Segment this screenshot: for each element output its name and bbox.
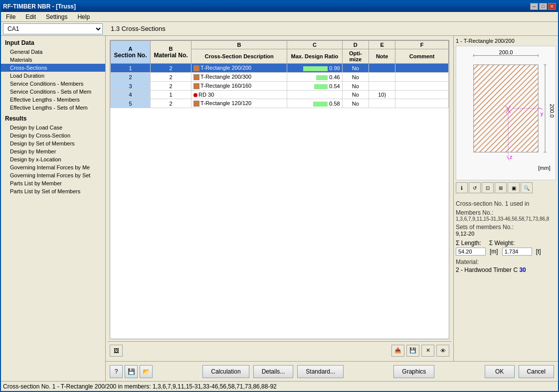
preview-btn-fit[interactable]: ⊡ bbox=[482, 182, 494, 193]
cell-material-no: 2 bbox=[150, 82, 191, 91]
weight-unit: [t] bbox=[536, 248, 541, 255]
material-value: 2 - Hardwood Timber C bbox=[456, 266, 519, 273]
sidebar-item-service-conditions-sets[interactable]: Service Conditions - Sets of Mem bbox=[1, 88, 105, 96]
cancel-button[interactable]: Cancel bbox=[519, 365, 554, 378]
sidebar-item-design-load-case[interactable]: Design by Load Case bbox=[1, 124, 105, 131]
weight-label: Σ Weight: bbox=[489, 240, 515, 247]
sidebar-item-design-cross-section[interactable]: Design by Cross-Section bbox=[1, 131, 105, 139]
material-grade: 30 bbox=[519, 266, 526, 273]
ratio-bar bbox=[314, 84, 328, 89]
cell-material-no: 1 bbox=[150, 91, 191, 99]
svg-text:200.0: 200.0 bbox=[549, 104, 555, 118]
cell-optimize: No bbox=[342, 73, 369, 82]
sidebar-item-gov-internal-forces-me[interactable]: Governing Internal Forces by Me bbox=[1, 163, 105, 171]
sidebar-input-label: Input Data bbox=[1, 38, 105, 48]
standard-button[interactable]: Standard... bbox=[297, 365, 344, 378]
sidebar-item-design-member[interactable]: Design by Member bbox=[1, 147, 105, 155]
color-swatch-icon bbox=[193, 101, 199, 107]
cell-ratio: 0.46 bbox=[287, 73, 343, 82]
table-row[interactable]: 52T-Rectangle 120/120 0.58No bbox=[111, 99, 449, 108]
used-in-label: Cross-section No. 1 used in bbox=[456, 200, 556, 207]
svg-text:200.0: 200.0 bbox=[499, 49, 513, 55]
weight-value: 1.734 bbox=[502, 248, 532, 256]
sidebar-item-general-data[interactable]: General Data bbox=[1, 48, 105, 56]
table-btn-export[interactable]: 📤 bbox=[391, 345, 404, 357]
cell-description: T-Rectangle 200/200 bbox=[191, 64, 287, 73]
preview-btn-measure[interactable]: ⊞ bbox=[495, 182, 507, 193]
menu-help[interactable]: Help bbox=[74, 12, 93, 21]
sidebar-item-effective-lengths-sets[interactable]: Effective Lengths - Sets of Mem bbox=[1, 104, 105, 112]
table-row[interactable]: 32T-Rectangle 160/160 0.54No bbox=[111, 82, 449, 91]
table-btn-delete[interactable]: ✕ bbox=[421, 345, 434, 357]
save-button[interactable]: 💾 bbox=[125, 365, 138, 378]
cell-section-no: 5 bbox=[111, 99, 151, 108]
preview-area: 1 - T-Rectangle 200/200 200.0 bbox=[453, 36, 558, 361]
table-row[interactable]: 22T-Rectangle 200/300 0.46No bbox=[111, 73, 449, 82]
sidebar-item-parts-list-set[interactable]: Parts List by Set of Members bbox=[1, 187, 105, 195]
length-value: 54.20 bbox=[456, 248, 486, 256]
col-subheader-optimize: Opti-mize bbox=[342, 49, 369, 64]
preview-btn-render[interactable]: ▣ bbox=[508, 182, 520, 193]
maximize-button[interactable]: □ bbox=[539, 3, 547, 10]
sidebar-item-service-conditions-members[interactable]: Service Conditions - Members bbox=[1, 80, 105, 88]
cell-section-no: 2 bbox=[111, 73, 151, 82]
menu-edit[interactable]: Edit bbox=[22, 12, 39, 21]
length-label: Σ Length: bbox=[456, 240, 481, 247]
ok-button[interactable]: OK bbox=[485, 365, 515, 378]
sidebar-item-parts-list-member[interactable]: Parts List by Member bbox=[1, 179, 105, 187]
sidebar-item-gov-internal-forces-set[interactable]: Governing Internal Forces by Set bbox=[1, 171, 105, 179]
cell-ratio: 0.58 bbox=[287, 99, 343, 108]
cell-section-no: 4 bbox=[111, 91, 151, 99]
sidebar-item-design-x-location[interactable]: Design by x-Location bbox=[1, 155, 105, 163]
status-bar: Cross-section No. 1 - T-Rectangle 200/20… bbox=[1, 381, 558, 391]
table-row[interactable]: 12T-Rectangle 200/200 0.99No bbox=[111, 64, 449, 73]
cell-note bbox=[369, 64, 395, 73]
cell-description: T-Rectangle 120/120 bbox=[191, 99, 287, 108]
ratio-bar bbox=[316, 75, 328, 80]
close-button[interactable]: ✕ bbox=[548, 3, 556, 10]
cell-ratio bbox=[287, 91, 343, 99]
cell-ratio: 0.99 bbox=[287, 64, 343, 73]
preview-btn-rotate[interactable]: ↺ bbox=[469, 182, 481, 193]
sidebar-item-effective-lengths-members[interactable]: Effective Lengths - Members bbox=[1, 96, 105, 104]
table-row[interactable]: 41RD 30No10) bbox=[111, 91, 449, 99]
ratio-bar bbox=[303, 66, 328, 71]
cell-note bbox=[369, 82, 395, 91]
load-button[interactable]: 📂 bbox=[140, 365, 153, 378]
help-button[interactable]: ? bbox=[110, 365, 123, 378]
sidebar-item-design-set-members[interactable]: Design by Set of Members bbox=[1, 139, 105, 147]
menu-bar: File Edit Settings Help bbox=[1, 12, 558, 22]
graphics-button[interactable]: Graphics bbox=[393, 365, 434, 378]
material-label: Material: bbox=[456, 259, 556, 265]
sidebar-item-load-duration[interactable]: Load Duration bbox=[1, 72, 105, 80]
sets-value: 9,12-20 bbox=[456, 231, 556, 237]
menu-file[interactable]: File bbox=[3, 12, 18, 21]
col-header-a: ASection No. bbox=[111, 41, 151, 64]
minimize-button[interactable]: ─ bbox=[530, 3, 538, 10]
preview-canvas: 200.0 200.0 bbox=[456, 46, 556, 180]
toolbar-row: CA1 1.3 Cross-Sections bbox=[1, 22, 558, 36]
title-controls: ─ □ ✕ bbox=[530, 3, 556, 10]
details-button[interactable]: Details... bbox=[253, 365, 294, 378]
members-label: Members No.: bbox=[456, 209, 556, 216]
svg-rect-9 bbox=[474, 65, 538, 152]
preview-btn-info[interactable]: ℹ bbox=[456, 182, 468, 193]
sidebar-item-materials[interactable]: Materials bbox=[1, 56, 105, 64]
table-btn-image[interactable]: 🖼 bbox=[110, 345, 123, 357]
cell-comment bbox=[395, 82, 449, 91]
cell-section-no: 3 bbox=[111, 82, 151, 91]
col-header-d: D bbox=[342, 41, 369, 49]
ca-dropdown[interactable]: CA1 bbox=[3, 23, 103, 34]
table-btn-save[interactable]: 💾 bbox=[406, 345, 419, 357]
cell-material-no: 2 bbox=[150, 73, 191, 82]
cell-optimize: No bbox=[342, 64, 369, 73]
cross-sections-table: ASection No. BMaterial No. B C D E F bbox=[110, 40, 449, 339]
table-btn-eye[interactable]: 👁 bbox=[436, 345, 449, 357]
calculation-button[interactable]: Calculation bbox=[202, 365, 249, 378]
col-subheader-note: Note bbox=[369, 49, 395, 64]
cell-section-no: 1 bbox=[111, 64, 151, 73]
preview-btn-zoom[interactable]: 🔍 bbox=[521, 182, 533, 193]
menu-settings[interactable]: Settings bbox=[43, 12, 70, 21]
sidebar-item-cross-sections[interactable]: Cross-Sections bbox=[1, 64, 105, 72]
cell-comment bbox=[395, 73, 449, 82]
